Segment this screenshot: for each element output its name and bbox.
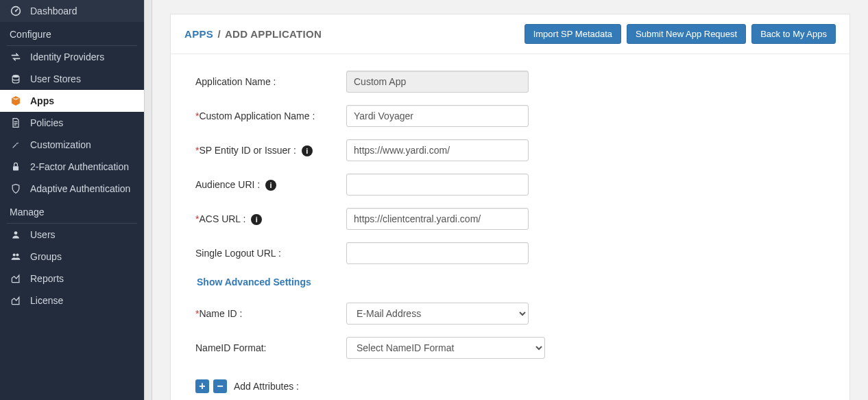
database-icon [10,73,22,84]
row-custom-name: *Custom Application Name : [195,105,825,127]
sidebar-item-label: Groups [30,251,62,262]
label-slo-url: Single Logout URL : [195,248,346,259]
sidebar-item-user-stores[interactable]: User Stores [0,68,144,90]
user-icon [10,229,22,240]
info-icon[interactable]: i [251,214,262,225]
label-text: Audience URI : [195,179,260,190]
input-slo-url[interactable] [346,242,529,264]
input-application-name [346,71,529,93]
label-application-name: Application Name : [195,76,346,87]
wrench-icon [10,139,22,150]
svg-point-5 [13,254,16,257]
svg-point-2 [12,75,19,78]
select-name-id[interactable]: E-Mail Address [346,303,529,325]
row-nameid-format: NameID Format: Select NameID Format [195,337,825,359]
svg-point-4 [14,231,18,235]
row-application-name: Application Name : [195,71,825,93]
label-custom-name: *Custom Application Name : [195,110,346,121]
input-audience-uri[interactable] [346,174,529,196]
sidebar-item-label: Customization [30,139,91,150]
label-acs-url: *ACS URL : i [195,213,346,225]
info-icon[interactable]: i [302,145,313,156]
exchange-icon [10,51,22,62]
label-sp-entity: *SP Entity ID or Issuer : i [195,145,346,156]
sidebar-item-adaptive-auth[interactable]: Adaptive Authentication [0,178,144,200]
select-nameid-format[interactable]: Select NameID Format [346,337,545,359]
sidebar-item-label: 2-Factor Authentication [30,161,129,172]
sidebar-item-label: Adaptive Authentication [30,183,130,194]
label-nameid-format: NameID Format: [195,342,346,353]
input-acs-url[interactable] [346,208,529,230]
document-icon [10,117,22,128]
breadcrumb-apps-link[interactable]: APPS [184,28,213,40]
sidebar-item-label: Identity Providers [30,51,104,62]
row-add-attributes: + − Add Attributes : [195,379,825,393]
label-text: SP Entity ID or Issuer : [199,145,296,156]
sidebar: Dashboard Configure Identity Providers U… [0,0,144,400]
row-acs-url: *ACS URL : i [195,208,825,230]
sidebar-item-users[interactable]: Users [0,224,144,246]
row-name-id: *Name ID : E-Mail Address [195,303,825,325]
sidebar-item-reports[interactable]: Reports [0,268,144,290]
submit-new-app-button[interactable]: Submit New App Request [627,24,746,44]
sidebar-item-label: License [30,295,63,306]
label-text: Custom Application Name : [199,110,315,121]
label-audience-uri: Audience URI : i [195,179,346,191]
sidebar-item-label: Apps [30,95,54,106]
back-to-my-apps-button[interactable]: Back to My Apps [751,24,836,44]
breadcrumb-sep: / [218,28,221,40]
svg-rect-3 [13,166,19,170]
info-icon[interactable]: i [265,180,276,191]
add-attribute-button[interactable]: + [195,379,209,393]
sidebar-item-apps[interactable]: Apps [0,90,144,112]
dashboard-icon [10,5,22,16]
shield-icon [10,183,22,194]
svg-point-1 [15,10,16,12]
chart-icon [10,273,22,284]
remove-attribute-button[interactable]: − [213,379,227,393]
select-nameid-format-wrap: Select NameID Format [346,337,545,359]
panel-header: APPS / ADD APPLICATION Import SP Metadat… [171,14,849,54]
label-text: Name ID : [199,308,242,319]
sidebar-item-label: Reports [30,273,64,284]
label-name-id: *Name ID : [195,308,346,319]
label-add-attributes: Add Attributes : [234,381,299,392]
sidebar-item-license[interactable]: License [0,290,144,311]
sidebar-item-label: Policies [30,117,63,128]
group-icon [10,251,22,262]
row-sp-entity: *SP Entity ID or Issuer : i [195,139,825,161]
label-text: ACS URL : [199,213,245,224]
select-name-id-wrap: E-Mail Address [346,303,529,325]
sidebar-item-label: User Stores [30,73,81,84]
panel: APPS / ADD APPLICATION Import SP Metadat… [170,14,850,400]
row-slo-url: Single Logout URL : [195,242,825,264]
sidebar-item-dashboard[interactable]: Dashboard [0,0,144,22]
show-advanced-settings-link[interactable]: Show Advanced Settings [195,277,825,287]
chart-icon [10,295,22,306]
breadcrumb-current: ADD APPLICATION [225,28,322,40]
input-sp-entity[interactable] [346,139,529,161]
sidebar-section-manage: Manage [0,200,144,223]
breadcrumb: APPS / ADD APPLICATION [184,28,322,40]
sidebar-item-label: Users [30,229,56,240]
input-custom-name[interactable] [346,105,529,127]
sidebar-item-groups[interactable]: Groups [0,246,144,268]
sidebar-item-2fa[interactable]: 2-Factor Authentication [0,156,144,178]
sidebar-item-customization[interactable]: Customization [0,134,144,156]
sidebar-item-identity-providers[interactable]: Identity Providers [0,46,144,68]
main-content: APPS / ADD APPLICATION Import SP Metadat… [152,0,868,400]
panel-body: Application Name : *Custom Application N… [171,54,849,400]
cube-icon [10,95,22,106]
row-audience-uri: Audience URI : i [195,174,825,196]
svg-point-6 [16,254,19,257]
sidebar-item-policies[interactable]: Policies [0,112,144,134]
scrollbar[interactable] [144,0,152,400]
header-buttons: Import SP Metadata Submit New App Reques… [525,24,836,44]
sidebar-section-configure: Configure [0,22,144,45]
import-sp-metadata-button[interactable]: Import SP Metadata [525,24,621,44]
lock-icon [10,161,22,172]
sidebar-item-label: Dashboard [30,5,77,16]
